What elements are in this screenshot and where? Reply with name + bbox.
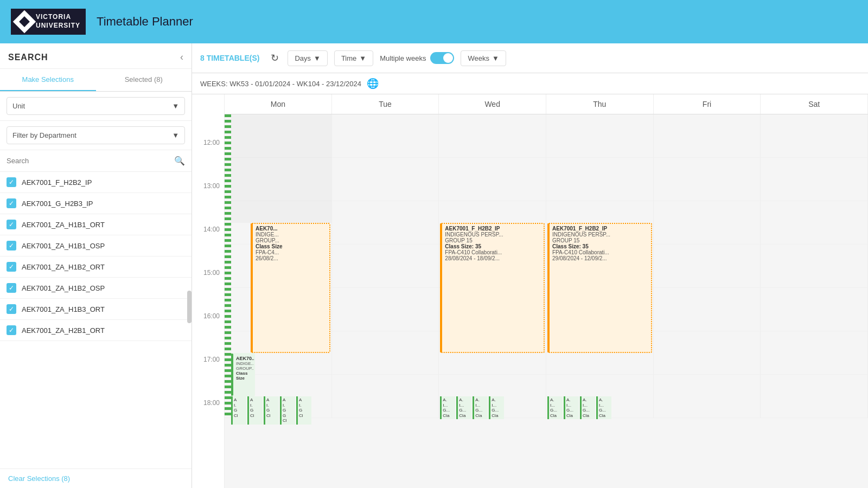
time-label-15: 15:00 (192, 268, 224, 311)
event-sub-thu5: 29/08/2024 - 12/09/2... (552, 255, 648, 261)
list-item[interactable]: ✓ AEK7001_ZA_H2B1_ORT (0, 320, 192, 341)
hour-row (654, 158, 761, 201)
search-input[interactable] (7, 157, 170, 165)
day-col-fri (654, 114, 761, 418)
event-sub-wed2: GROUP 15 (445, 237, 541, 243)
list-item[interactable]: ✓ AEK7001_ZA_H1B2_OSP (0, 278, 192, 299)
hour-row (439, 158, 546, 201)
event-sub-wed3: Class Size: 35 (445, 243, 541, 249)
days-arrow: ▼ (314, 54, 321, 62)
item-label-8: AEK7001_ZA_H2B1_ORT (22, 326, 105, 335)
hour-row (761, 114, 867, 158)
time-label: Time (341, 54, 356, 62)
sidebar-header: SEARCH ‹ (0, 43, 192, 69)
week-range-text: WEEKS: WK53 - 01/01/2024 - WK104 - 23/12… (200, 80, 361, 88)
globe-icon[interactable]: 🌐 (367, 78, 379, 89)
tab-selected[interactable]: Selected (8) (96, 69, 192, 91)
list-item[interactable]: ✓ AEK7001_ZA_H1B2_ORT (0, 256, 192, 278)
hour-row (761, 375, 867, 418)
collapse-icon[interactable]: ‹ (180, 52, 183, 63)
multiple-weeks-toggle-wrap: Multiple weeks (380, 52, 454, 64)
tab-make-selections[interactable]: Make Selections (0, 69, 96, 91)
mini-events-wed: A.I...G...Cla A.I...G...Cla A.I...G...Cl… (440, 396, 504, 419)
mini-card[interactable]: A.I...G...Cla (473, 396, 488, 419)
day-header-mon: Mon (225, 94, 332, 114)
week-bar: WEEKS: WK53 - 01/01/2024 - WK104 - 23/12… (192, 73, 868, 94)
weeks-arrow: ▼ (492, 54, 499, 62)
dept-dropdown[interactable]: Filter by Department ▼ (7, 126, 185, 144)
days-dropdown[interactable]: Days ▼ (288, 50, 328, 66)
hour-row (654, 245, 761, 288)
event-sub-thu3: Class Size: 35 (552, 243, 648, 249)
sidebar: SEARCH ‹ Make Selections Selected (8) Un… (0, 43, 192, 488)
logo: VICTORIA UNIVERSITY (11, 9, 86, 34)
mini-card[interactable]: AI.GGCl (280, 396, 295, 425)
refresh-button[interactable]: ↻ (269, 50, 281, 66)
event-title-wed: AEK7001_F_H2B2_IP (445, 226, 541, 232)
event-mon-2[interactable]: AEK70... INDIGE... GROUP... Class Size (231, 353, 255, 396)
mini-card[interactable]: AI.GCl (264, 396, 279, 425)
dept-filter: Filter by Department ▼ (0, 121, 192, 150)
weeks-dropdown[interactable]: Weeks ▼ (461, 50, 506, 66)
event-sub-wed1: INDIGENOUS PERSP... (445, 232, 541, 237)
day-col-tue (332, 114, 439, 418)
hour-row (654, 331, 761, 375)
list-item[interactable]: ✓ AEK7001_G_H2B3_IP (0, 193, 192, 214)
calendar: 8 TIMETABLE(S) ↻ Days ▼ Time ▼ Multiple … (192, 43, 868, 488)
checkbox-7[interactable]: ✓ (7, 304, 16, 314)
green-stripe-mon (225, 114, 231, 418)
checkbox-1[interactable]: ✓ (7, 177, 16, 187)
mini-card[interactable]: A.I...G...Cla (580, 396, 595, 419)
mini-card[interactable]: A.I...G...Cla (456, 396, 471, 419)
logo-line1: VICTORIA (36, 13, 80, 22)
hour-row (761, 331, 867, 375)
scrollbar-thumb[interactable] (187, 291, 192, 323)
checkbox-8[interactable]: ✓ (7, 325, 16, 335)
mini-card[interactable]: AI.GCl (247, 396, 263, 425)
checkbox-2[interactable]: ✓ (7, 198, 16, 208)
event-thu-1[interactable]: AEK7001_F_H2B2_IP INDIGENOUS PERSP... GR… (547, 223, 652, 353)
list-item[interactable]: ✓ AEK7001_ZA_H1B1_ORT (0, 214, 192, 235)
list-item[interactable]: ✓ AEK7001_ZA_H1B1_OSP (0, 235, 192, 256)
mini-card[interactable]: A.I...G...Cla (489, 396, 504, 419)
mini-card[interactable]: A.I...G...Cla (547, 396, 563, 419)
time-dropdown[interactable]: Time ▼ (334, 50, 373, 66)
mini-card[interactable]: A.I...G...Cla (564, 396, 579, 419)
checkbox-4[interactable]: ✓ (7, 241, 16, 251)
unit-dropdown-arrow: ▼ (172, 102, 179, 110)
logo-line2: UNIVERSITY (36, 22, 80, 30)
checkbox-6[interactable]: ✓ (7, 283, 16, 293)
mini-card[interactable]: AI.GCl (296, 396, 311, 425)
mini-card[interactable]: A.I...G...Cla (440, 396, 455, 419)
event-sub-thu4: FPA-C410 Collaborati... (552, 249, 648, 255)
item-label-1: AEK7001_F_H2B2_IP (22, 178, 92, 187)
weeks-label: Weeks (468, 54, 489, 62)
day-header-wed: Wed (439, 94, 546, 114)
unit-filter: Unit ▼ (0, 92, 192, 121)
clear-selections-button[interactable]: Clear Selections (8) (0, 468, 192, 488)
multiple-weeks-label: Multiple weeks (380, 54, 426, 62)
event-wed-1[interactable]: AEK7001_F_H2B2_IP INDIGENOUS PERSP... GR… (440, 223, 545, 353)
checkbox-5[interactable]: ✓ (7, 262, 16, 272)
multiple-weeks-toggle[interactable] (430, 52, 454, 64)
day-col-thu: AEK7001_F_H2B2_IP INDIGENOUS PERSP... GR… (546, 114, 654, 418)
list-item[interactable]: ✓ AEK7001_F_H2B2_IP (0, 172, 192, 193)
hour-row (332, 245, 439, 288)
mini-card[interactable]: AI.GCl (231, 396, 246, 425)
hour-row (332, 375, 439, 418)
checkbox-3[interactable]: ✓ (7, 220, 16, 229)
shade-mon (231, 114, 331, 223)
hour-row (761, 245, 867, 288)
item-label-5: AEK7001_ZA_H1B2_ORT (22, 263, 105, 271)
mini-card[interactable]: A.I...G...Cla (596, 396, 611, 419)
event-mon-1[interactable]: AEK70... INDIGE... GROUP... Class Size F… (251, 223, 330, 353)
sidebar-tabs: Make Selections Selected (8) (0, 69, 192, 92)
event-sub-thu2: GROUP 15 (552, 237, 648, 243)
event-title: AEK70... (256, 226, 327, 232)
unit-dropdown[interactable]: Unit ▼ (7, 97, 185, 115)
list-item[interactable]: ✓ AEK7001_ZA_H1B3_ORT (0, 299, 192, 320)
time-label-16: 16:00 (192, 311, 224, 355)
hour-row (332, 114, 439, 158)
event-sub-wed5: 28/08/2024 - 18/09/2... (445, 255, 541, 261)
mini-events-thu: A.I...G...Cla A.I...G...Cla A.I...G...Cl… (547, 396, 611, 419)
